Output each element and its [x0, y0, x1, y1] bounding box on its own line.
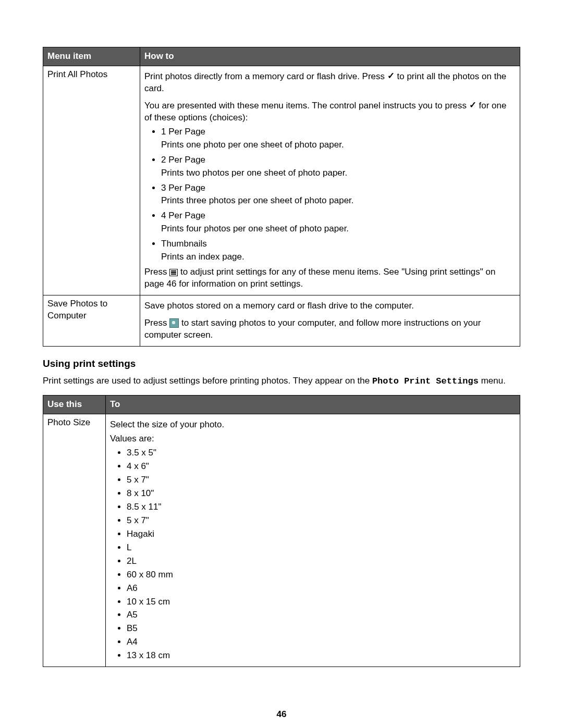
- text: Save photos stored on a memory card or f…: [144, 300, 516, 312]
- option-title: 3 Per Page: [161, 183, 205, 193]
- text: Values are:: [110, 433, 516, 445]
- section-heading: Using print settings: [43, 357, 520, 371]
- list-item: 5 x 7": [127, 515, 516, 527]
- mono-text: Photo Print Settings: [372, 376, 479, 386]
- text: Press: [144, 318, 169, 328]
- list-item: 8 x 10": [127, 488, 516, 500]
- text: Print settings are used to adjust settin…: [43, 376, 372, 386]
- text: You are presented with these menu items.…: [144, 101, 469, 110]
- list-item: 10 x 15 cm: [127, 596, 516, 608]
- list-item: 60 x 80 mm: [127, 569, 516, 581]
- row-label: Print All Photos: [43, 66, 140, 295]
- option-title: 4 Per Page: [161, 211, 205, 220]
- table-row: Photo Size Select the size of your photo…: [43, 414, 520, 667]
- table1-header-menu-item: Menu item: [43, 47, 140, 66]
- option-title: Thumbnails: [161, 239, 207, 249]
- list-item: 3.5 x 5": [127, 447, 516, 459]
- row-content: Save photos stored on a memory card or f…: [140, 295, 520, 347]
- table2-header-to: To: [106, 396, 520, 414]
- row-label: Save Photos to Computer: [43, 295, 140, 347]
- row-label: Photo Size: [43, 414, 106, 667]
- text: Print photos directly from a memory card…: [144, 71, 387, 81]
- list-item: 3 Per Page Prints three photos per one s…: [161, 182, 516, 207]
- option-desc: Prints four photos per one sheet of phot…: [161, 223, 516, 235]
- text: Select the size of your photo.: [110, 419, 516, 431]
- list-item: A6: [127, 583, 516, 595]
- check-icon: ✓: [469, 100, 476, 112]
- table2-header-use-this: Use this: [43, 396, 106, 414]
- list-item: A5: [127, 609, 516, 621]
- row-content: Print photos directly from a memory card…: [140, 66, 520, 295]
- list-item: 8.5 x 11": [127, 501, 516, 513]
- print-settings-table: Use this To Photo Size Select the size o…: [43, 395, 520, 667]
- list-item: 4 Per Page Prints four photos per one sh…: [161, 210, 516, 235]
- text: menu.: [479, 376, 506, 386]
- section-intro: Print settings are used to adjust settin…: [43, 375, 520, 388]
- menu-item-table: Menu item How to Print All Photos Print …: [43, 47, 520, 347]
- list-item: A4: [127, 636, 516, 648]
- text: Press: [144, 267, 169, 277]
- text: to start saving photos to your computer,…: [144, 318, 481, 340]
- table1-header-how-to: How to: [140, 47, 520, 66]
- option-title: 2 Per Page: [161, 155, 205, 165]
- option-desc: Prints two photos per one sheet of photo…: [161, 167, 516, 179]
- page-number: 46: [43, 709, 520, 721]
- list-item: 2L: [127, 556, 516, 567]
- check-icon: ✓: [387, 70, 395, 82]
- list-item: 1 Per Page Prints one photo per one shee…: [161, 126, 516, 151]
- list-item: Thumbnails Prints an index page.: [161, 238, 516, 263]
- option-desc: Prints one photo per one sheet of photo …: [161, 139, 516, 151]
- save-icon: [169, 318, 179, 328]
- list-item: B5: [127, 623, 516, 635]
- row-content: Select the size of your photo. Values ar…: [106, 414, 520, 667]
- menu-icon: [169, 269, 178, 276]
- text: to adjust print settings for any of thes…: [144, 267, 495, 289]
- option-desc: Prints three photos per one sheet of pho…: [161, 195, 516, 207]
- list-item: L: [127, 542, 516, 554]
- list-item: 5 x 7": [127, 474, 516, 486]
- list-item: 4 x 6": [127, 461, 516, 473]
- table-row: Save Photos to Computer Save photos stor…: [43, 295, 520, 347]
- option-desc: Prints an index page.: [161, 251, 516, 263]
- values-list: 3.5 x 5"4 x 6"5 x 7"8 x 10"8.5 x 11"5 x …: [110, 447, 516, 662]
- list-item: Hagaki: [127, 528, 516, 540]
- list-item: 13 x 18 cm: [127, 650, 516, 662]
- options-list: 1 Per Page Prints one photo per one shee…: [144, 126, 516, 263]
- list-item: 2 Per Page Prints two photos per one she…: [161, 154, 516, 179]
- table-row: Print All Photos Print photos directly f…: [43, 66, 520, 295]
- option-title: 1 Per Page: [161, 127, 205, 137]
